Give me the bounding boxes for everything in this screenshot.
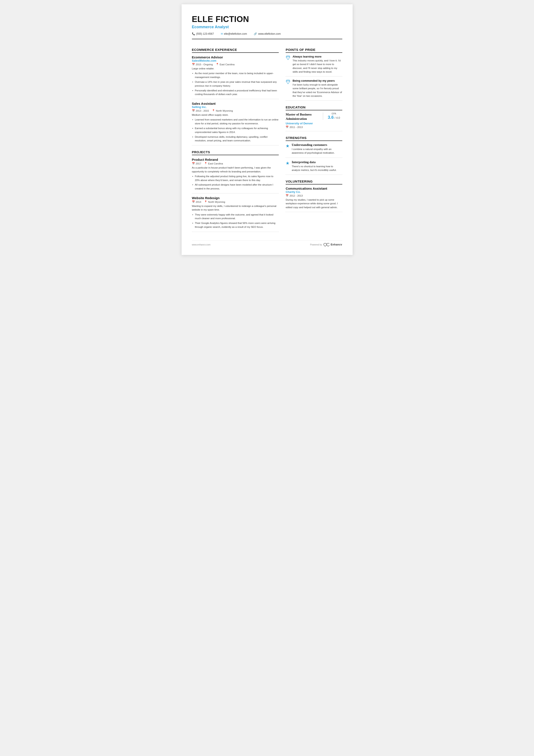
company-2: Selling Inc. [192, 105, 279, 109]
bullet-item: Following the adjusted product listing g… [192, 175, 279, 182]
calendar-icon-p1: 📅 [192, 162, 195, 165]
website-contact: 🔗 www.ellefiction.com [254, 32, 281, 35]
entry-divider [286, 212, 342, 212]
pride-title-1: Always learning more [292, 55, 342, 58]
entry-divider [286, 100, 342, 101]
bullet-item: Personally identified and eliminated a p… [192, 89, 279, 96]
ecommerce-section-title: ECOMMERCE EXPERIENCE [192, 48, 279, 53]
star-icon-1: ★ [286, 143, 290, 148]
strength-title-2: Interpreting data [292, 160, 342, 164]
pride-content-1: Always learning more This industry moves… [292, 55, 342, 74]
footer-brand: Powered by Enhancv [310, 243, 342, 246]
pin-icon-p2: 📍 [204, 201, 207, 203]
bullet-item: They were extremely happy with the outco… [192, 213, 279, 221]
powered-by-text: Powered by [310, 243, 322, 246]
entry-divider [286, 157, 342, 158]
company-1: SalesWebsite.com [192, 59, 279, 62]
bullet-item: All subsequent product designs have been… [192, 183, 279, 191]
bullet-item: Their Google Analytics figures showed th… [192, 221, 279, 229]
star-icon-2: ★ [286, 161, 290, 166]
project-location-1: 📍 East Carolina [204, 162, 223, 165]
two-column-layout: ECOMMERCE EXPERIENCE Ecommerce Advisor S… [192, 43, 342, 234]
calendar-icon-edu: 📅 [286, 126, 289, 128]
resume-page: ELLE FICTION Ecommerce Analyst 📞 (555) 1… [182, 4, 353, 255]
pin-icon-1: 📍 [216, 63, 219, 66]
pin-icon-2: 📍 [212, 109, 215, 112]
job-desc-1: Large online retailer. [192, 67, 279, 70]
candidate-title: Ecommerce Analyst [192, 25, 342, 29]
vol-company: Charity Co. [286, 190, 342, 194]
pride-content-2: Being commended by my peers I've been lu… [292, 79, 342, 98]
strengths-section-title: STRENGTHS [286, 136, 342, 141]
candidate-name: ELLE FICTION [192, 15, 342, 24]
education-block: Master of Business Administration Univer… [286, 113, 342, 128]
project-location-2: 📍 North Wyoming [204, 201, 225, 203]
bullet-item: Earned a substantial bonus along with my… [192, 126, 279, 134]
calendar-icon-p2: 📅 [192, 201, 195, 203]
edu-meta: 📅 2011 - 2013 [286, 126, 320, 128]
calendar-icon-2: 📅 [192, 109, 195, 112]
pride-item-2: Being commended by my peers I've been lu… [286, 79, 342, 98]
diamond-icon-1 [286, 55, 291, 74]
job-bullets-2: Learned from seasoned marketers and used… [192, 118, 279, 143]
footer: www.enhancv.com Powered by Enhancv [192, 240, 342, 246]
job-meta-1: 📅 2015 - Ongoing 📍 East Carolina [192, 63, 279, 66]
edu-left: Master of Business Administration Univer… [286, 113, 320, 128]
contact-row: 📞 (555) 123-4567 ✉ elle@ellefiction.com … [192, 32, 342, 35]
website-icon: 🔗 [254, 32, 257, 35]
projects-section-title: PROJECTS [192, 150, 279, 155]
volunteering-section-title: VOLUNTEERING [286, 179, 342, 184]
email-address: elle@ellefiction.com [224, 32, 247, 35]
edu-school: University of Denver [286, 122, 320, 125]
job-dates-1: 📅 2015 - Ongoing [192, 63, 213, 66]
gpa-total: / 4.0 [335, 116, 340, 120]
header: ELLE FICTION Ecommerce Analyst 📞 (555) 1… [192, 15, 342, 39]
project-dates-2: 📅 2014 [192, 201, 201, 203]
project-title-2: Website Redesign [192, 196, 279, 200]
gpa-label: GPA [326, 113, 342, 115]
job-entry-2: Sales Assistant Selling Inc. 📅 2013 - 20… [192, 102, 279, 143]
strength-text-1: I combine a natural empathy with an awar… [292, 148, 342, 155]
project-entry-2: Website Redesign 📅 2014 📍 North Wyoming … [192, 196, 279, 229]
job-meta-2: 📅 2013 - 2015 📍 North Wyoming [192, 109, 279, 112]
job-dates-2: 📅 2013 - 2015 [192, 109, 209, 112]
job-desc-2: Medium-sized office supply store. [192, 113, 279, 117]
left-column: ECOMMERCE EXPERIENCE Ecommerce Advisor S… [192, 43, 279, 234]
project-dates-1: 📅 2017 [192, 162, 201, 165]
gpa-row: 3.6 / 4.0 [326, 115, 342, 120]
diamond-icon-2 [286, 80, 291, 98]
pride-text-2: I've been lucky enough to work alongside… [292, 83, 342, 98]
website-url: www.ellefiction.com [258, 32, 281, 35]
bullet-item: As the most junior member of the team, r… [192, 71, 279, 79]
job-bullets-1: As the most junior member of the team, r… [192, 71, 279, 96]
project-meta-2: 📅 2014 📍 North Wyoming [192, 201, 279, 203]
entry-divider [192, 193, 279, 194]
vol-job-title: Communications Assistant [286, 187, 342, 190]
project-bullets-2: They were extremely happy with the outco… [192, 213, 279, 229]
bullet-item: Developed numerous skills, including dip… [192, 135, 279, 143]
right-column: POINTS OF PRIDE Always learning more Thi… [286, 43, 342, 234]
edu-inner: Master of Business Administration Univer… [286, 113, 342, 128]
project-desc-2: Wanting to expand my skills, I volunteer… [192, 204, 279, 212]
header-divider [192, 39, 342, 39]
strength-item-2: ★ Interpreting data There's no shortcut … [286, 160, 342, 172]
pride-section-title: POINTS OF PRIDE [286, 48, 342, 53]
entry-divider [192, 145, 279, 146]
phone-contact: 📞 (555) 123-4567 [192, 32, 214, 35]
pride-item-1: Always learning more This industry moves… [286, 55, 342, 74]
edu-dates: 📅 2011 - 2013 [286, 126, 303, 128]
project-entry-1: Product Rebrand 📅 2017 📍 East Carolina A… [192, 158, 279, 191]
email-contact: ✉ elle@ellefiction.com [221, 32, 247, 35]
project-title-1: Product Rebrand [192, 158, 279, 161]
job-title-2: Sales Assistant [192, 102, 279, 105]
phone-number: (555) 123-4567 [196, 32, 214, 35]
footer-website: www.enhancv.com [192, 243, 211, 246]
project-meta-1: 📅 2017 📍 East Carolina [192, 162, 279, 165]
enhancv-heart-icon [323, 243, 329, 246]
volunteering-block: Communications Assistant Charity Co. 📅 2… [286, 187, 342, 209]
bullet-item: Learned from seasoned marketers and used… [192, 118, 279, 126]
vol-text: During my studies, I wanted to pick up s… [286, 198, 342, 209]
pin-icon-p1: 📍 [204, 162, 207, 165]
entry-divider [286, 131, 342, 131]
strength-text-2: There's no shortcut to learning how to a… [292, 165, 342, 172]
